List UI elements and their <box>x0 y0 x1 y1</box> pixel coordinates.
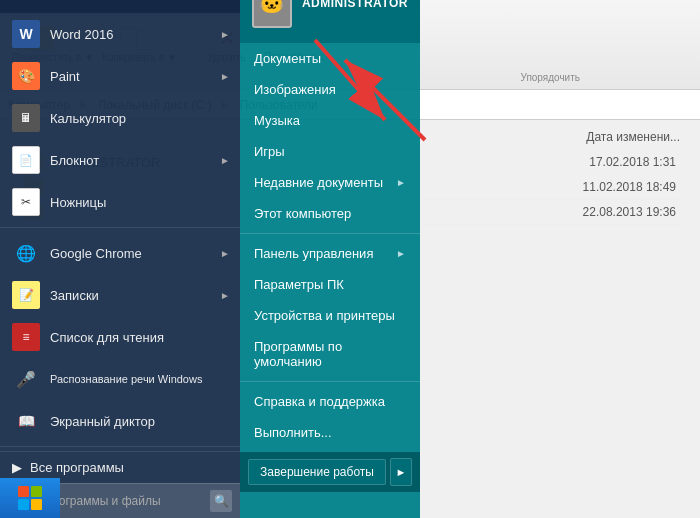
notepad-arrow: ► <box>220 155 230 166</box>
start-header <box>0 0 240 13</box>
windows-logo <box>18 486 42 510</box>
user-menu-control[interactable]: Панель управления ► <box>240 238 420 269</box>
user-menu-defaults[interactable]: Программы по умолчанию <box>240 331 420 377</box>
sidebar-item-speech[interactable]: 🎤 Распознавание речи Windows <box>0 358 240 400</box>
user-menu-music[interactable]: Музыка <box>240 105 420 136</box>
shutdown-button[interactable]: Завершение работы <box>248 459 386 485</box>
sidebar-item-paint[interactable]: 🎨 Paint ► <box>0 55 240 97</box>
images-label: Изображения <box>254 82 336 97</box>
organize-label: Упорядочить <box>520 72 580 83</box>
help-label: Справка и поддержка <box>254 394 385 409</box>
user-menu-docs[interactable]: Документы <box>240 43 420 74</box>
sidebar-item-word[interactable]: W Word 2016 ► <box>0 13 240 55</box>
narrator-icon: 📖 <box>12 407 40 435</box>
start-menu-right: 🐱 ADMINISTRATOR Документы Изображения Му… <box>240 0 420 518</box>
row-date-2: 11.02.2018 18:49 <box>536 180 676 194</box>
user-menu-games[interactable]: Игры <box>240 136 420 167</box>
chrome-icon: 🌐 <box>12 239 40 267</box>
notepad-icon: 📄 <box>12 146 40 174</box>
paint-arrow: ► <box>220 71 230 82</box>
control-label: Панель управления <box>254 246 373 261</box>
reading-label: Список для чтения <box>50 330 164 345</box>
devices-label: Устройства и принтеры <box>254 308 395 323</box>
sidebar-item-calc[interactable]: 🖩 Калькулятор <box>0 97 240 139</box>
user-menu-computer[interactable]: Этот компьютер <box>240 198 420 229</box>
username-label: ADMINISTRATOR <box>302 0 408 10</box>
settings-label: Параметры ПК <box>254 277 344 292</box>
sidebar-item-chrome[interactable]: 🌐 Google Chrome ► <box>0 232 240 274</box>
search-button[interactable]: 🔍 <box>210 490 232 512</box>
user-menu-divider2 <box>240 381 420 382</box>
word-arrow: ► <box>220 29 230 40</box>
defaults-label: Программы по умолчанию <box>254 339 406 369</box>
user-header: 🐱 ADMINISTRATOR <box>240 0 420 43</box>
chrome-label: Google Chrome <box>50 246 142 261</box>
start-menu: W Word 2016 ► 🎨 Paint ► 🖩 Калькулятор 📄 … <box>0 0 420 518</box>
notepad-label: Блокнот <box>50 153 99 168</box>
reading-icon: ≡ <box>12 323 40 351</box>
calc-label: Калькулятор <box>50 111 126 126</box>
all-programs-icon: ▶ <box>12 460 22 475</box>
user-menu-divider <box>240 233 420 234</box>
bottom-divider <box>0 446 240 447</box>
start-menu-left: W Word 2016 ► 🎨 Paint ► 🖩 Калькулятор 📄 … <box>0 0 240 518</box>
scissors-icon: ✂ <box>12 188 40 216</box>
narrator-label: Экранный диктор <box>50 414 155 429</box>
paint-icon: 🎨 <box>12 62 40 90</box>
user-menu-settings[interactable]: Параметры ПК <box>240 269 420 300</box>
scissors-label: Ножницы <box>50 195 106 210</box>
user-menu-images[interactable]: Изображения <box>240 74 420 105</box>
avatar: 🐱 <box>252 0 292 28</box>
paint-label: Paint <box>50 69 80 84</box>
speech-label: Распознавание речи Windows <box>50 373 202 385</box>
divider <box>0 227 240 228</box>
shutdown-arrow-button[interactable]: ► <box>390 458 412 486</box>
sidebar-item-scissors[interactable]: ✂ Ножницы <box>0 181 240 223</box>
calc-icon: 🖩 <box>12 104 40 132</box>
row-date-1: 17.02.2018 1:31 <box>536 155 676 169</box>
start-item-list: W Word 2016 ► 🎨 Paint ► 🖩 Калькулятор 📄 … <box>0 13 240 442</box>
all-programs-label: Все программы <box>30 460 124 475</box>
user-menu-devices[interactable]: Устройства и принтеры <box>240 300 420 331</box>
music-label: Музыка <box>254 113 300 128</box>
user-menu-recent[interactable]: Недавние документы ► <box>240 167 420 198</box>
run-label: Выполнить... <box>254 425 332 440</box>
sticky-icon: 📝 <box>12 281 40 309</box>
recent-label: Недавние документы <box>254 175 383 190</box>
speech-icon: 🎤 <box>12 365 40 393</box>
sidebar-item-narrator[interactable]: 📖 Экранный диктор <box>0 400 240 442</box>
games-label: Игры <box>254 144 285 159</box>
shutdown-bar: Завершение работы ► <box>240 452 420 492</box>
sticky-arrow: ► <box>220 290 230 301</box>
start-button[interactable] <box>0 478 60 518</box>
date-column-header: Дата изменени... <box>586 130 680 144</box>
docs-label: Документы <box>254 51 321 66</box>
chrome-arrow: ► <box>220 248 230 259</box>
sidebar-item-reading[interactable]: ≡ Список для чтения <box>0 316 240 358</box>
computer-label: Этот компьютер <box>254 206 351 221</box>
sidebar-item-sticky[interactable]: 📝 Записки ► <box>0 274 240 316</box>
user-menu-help[interactable]: Справка и поддержка <box>240 386 420 417</box>
sidebar-item-notepad[interactable]: 📄 Блокнот ► <box>0 139 240 181</box>
word-icon: W <box>12 20 40 48</box>
word-label: Word 2016 <box>50 27 113 42</box>
sticky-label: Записки <box>50 288 99 303</box>
control-arrow: ► <box>396 248 406 259</box>
user-menu-run[interactable]: Выполнить... <box>240 417 420 448</box>
recent-arrow: ► <box>396 177 406 188</box>
row-date-3: 22.08.2013 19:36 <box>536 205 676 219</box>
